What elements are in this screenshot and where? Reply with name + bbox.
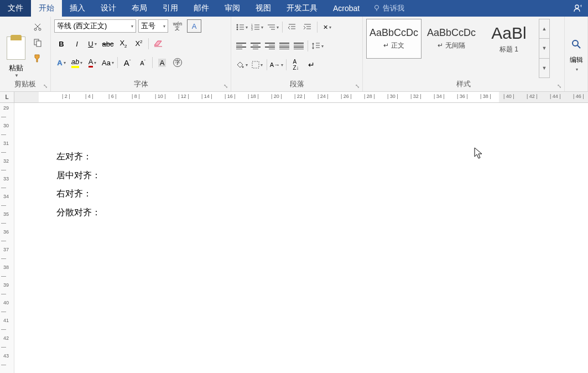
clipboard-group-label: 剪贴板 — [3, 78, 47, 91]
change-case-button[interactable]: Aa▾ — [101, 56, 115, 69]
horizontal-ruler[interactable]: | 2 || 4 || 6 || 8 || 10 || 12 || 14 || … — [14, 92, 588, 102]
doc-line[interactable]: 右对齐： — [56, 184, 565, 203]
align-center-button[interactable] — [249, 40, 262, 52]
paste-button[interactable]: 粘贴 ▼ — [3, 19, 29, 78]
paragraph-launcher[interactable]: ⤡ — [353, 82, 361, 90]
share-button[interactable]: + — [566, 0, 588, 17]
bullets-button[interactable]: ▾ — [235, 20, 249, 34]
font-color-icon: A — [89, 58, 93, 68]
style-nospacing[interactable]: AaBbCcDc ↵ 无间隔 — [424, 19, 479, 59]
paste-label: 粘贴 — [9, 63, 23, 73]
vruler-tick: 32 — [3, 158, 9, 164]
doc-line[interactable]: 左对齐： — [56, 147, 565, 166]
cut-button[interactable] — [31, 21, 44, 33]
align-right-button[interactable] — [263, 40, 277, 52]
vruler-tick: 41 — [3, 318, 9, 323]
tell-me[interactable]: 告诉我 — [367, 0, 410, 17]
menu-references[interactable]: 引用 — [155, 0, 186, 17]
styles-up[interactable]: ▲ — [539, 19, 549, 39]
page[interactable]: 左对齐： 居中对齐： 右对齐： 分散对齐： — [34, 103, 587, 266]
text-direction-button[interactable]: A→▾ — [269, 58, 284, 71]
styles-launcher[interactable]: ⤡ — [555, 82, 563, 90]
font-group-label: 字体 — [54, 78, 227, 91]
doc-line[interactable]: 分散对齐： — [56, 203, 565, 222]
font-name-combo[interactable]: 等线 (西文正文)▾ — [54, 19, 136, 33]
shrink-font-button[interactable]: Aˇ — [136, 56, 150, 69]
page-wrap[interactable]: 左对齐： 居中对齐： 右对齐： 分散对齐： — [14, 103, 588, 373]
menu-mail[interactable]: 邮件 — [186, 0, 217, 17]
editing-label[interactable]: 编辑 — [570, 55, 583, 65]
numbering-button[interactable]: 123▾ — [250, 20, 264, 34]
highlight-button[interactable]: ab▾ — [70, 56, 84, 69]
shrink-icon: Aˇ — [140, 59, 145, 66]
line-spacing-button[interactable]: ▾ — [310, 39, 325, 53]
font-launcher[interactable]: ⤡ — [222, 82, 230, 90]
borders-button[interactable]: ▾ — [250, 58, 264, 71]
align-left-button[interactable] — [235, 40, 248, 52]
style-heading1[interactable]: AaBl 标题 1 — [481, 19, 537, 59]
font-size-value: 五号 — [141, 21, 155, 31]
styles-more[interactable]: ▼ — [539, 59, 549, 77]
text-effects-button[interactable]: A▾ — [54, 56, 69, 69]
font-color-button[interactable]: A▾ — [85, 56, 100, 69]
enclose-char-button[interactable]: 字 — [170, 56, 185, 69]
styles-down[interactable]: ▼ — [539, 39, 549, 58]
menu-home[interactable]: 开始 — [31, 0, 62, 17]
phonetic-guide-button[interactable]: wén文 — [170, 19, 185, 33]
paragraph-group-label: 段落 — [235, 78, 359, 91]
menu-review[interactable]: 审阅 — [217, 0, 248, 17]
style-normal[interactable]: AaBbCcDc ↵ 正文 — [366, 19, 422, 59]
ruler-tick: | 42 | — [527, 94, 538, 99]
vertical-ruler[interactable]: 29—30—31—32—33—34—35—36—37—38—39—40—41—4… — [0, 103, 14, 373]
svg-point-15 — [237, 29, 238, 30]
doc-line[interactable]: 居中对齐： — [56, 166, 565, 185]
char-shading-button[interactable]: A — [155, 56, 169, 69]
sort-button[interactable]: AZ↓ — [289, 58, 303, 71]
format-painter-button[interactable] — [31, 52, 44, 64]
subscript-button[interactable]: X2 — [116, 37, 131, 50]
decrease-indent-button[interactable] — [285, 20, 299, 34]
svg-point-4 — [34, 28, 37, 30]
align-distribute-button[interactable] — [292, 40, 305, 52]
menu-view[interactable]: 视图 — [248, 0, 279, 17]
menu-insert[interactable]: 插入 — [62, 0, 93, 17]
vruler-mark: — — [1, 256, 6, 261]
show-marks-button[interactable]: ↵ — [304, 58, 319, 71]
svg-point-2 — [575, 5, 579, 8]
menu-acrobat[interactable]: Acrobat — [325, 0, 367, 17]
italic-button[interactable]: I — [70, 37, 84, 50]
ruler-corner[interactable]: L — [0, 92, 14, 102]
svg-point-13 — [237, 27, 238, 28]
clear-format-button[interactable] — [151, 37, 165, 50]
svg-rect-9 — [37, 41, 41, 46]
menu-layout[interactable]: 布局 — [124, 0, 155, 17]
border-icon — [252, 61, 259, 69]
vruler-tick: 37 — [3, 247, 9, 252]
character-border-button[interactable]: A — [187, 19, 201, 33]
bullets-icon — [236, 23, 244, 31]
align-justify-button[interactable] — [278, 40, 291, 52]
clipboard-launcher[interactable]: ⤡ — [41, 82, 49, 90]
shading-button[interactable]: ▾ — [235, 58, 249, 71]
pilcrow-icon: ↵ — [308, 60, 315, 69]
highlight-icon: ab — [71, 58, 79, 68]
menu-file[interactable]: 文件 — [0, 0, 31, 17]
bold-button[interactable]: B — [54, 37, 69, 50]
ribbon: 粘贴 ▼ 剪贴板 ⤡ 等线 (西文正文)▾ 五号▾ wén文 A — [0, 17, 588, 92]
char-shading-icon: A — [158, 59, 166, 67]
find-icon[interactable] — [571, 39, 582, 50]
font-size-combo[interactable]: 五号▾ — [138, 19, 168, 33]
multilevel-button[interactable]: ▾ — [266, 20, 280, 34]
superscript-button[interactable]: X2 — [132, 37, 146, 50]
copy-button[interactable] — [31, 37, 44, 49]
menu-design[interactable]: 设计 — [93, 0, 124, 17]
style-label: ↵ 正文 — [383, 41, 404, 50]
underline-button[interactable]: U▾ — [85, 37, 100, 50]
text-effect-icon: A — [57, 59, 62, 67]
strikethrough-button[interactable]: abc — [101, 37, 115, 50]
group-paragraph: ▾ 123▾ ▾ ✕▾ ▾ — [231, 17, 363, 91]
asian-layout-button[interactable]: ✕▾ — [320, 20, 334, 34]
increase-indent-button[interactable] — [300, 20, 315, 34]
menu-developer[interactable]: 开发工具 — [279, 0, 325, 17]
grow-font-button[interactable]: Aˆ — [120, 56, 134, 69]
